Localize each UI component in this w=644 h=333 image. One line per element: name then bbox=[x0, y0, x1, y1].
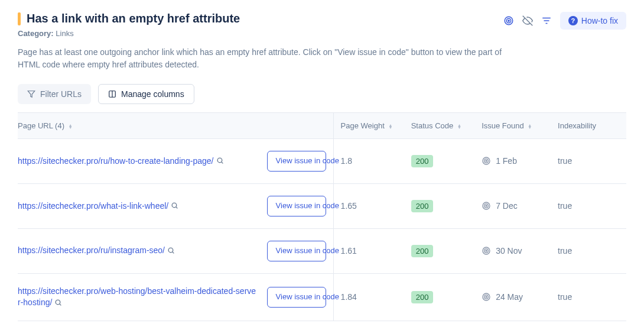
category-label: Category: bbox=[18, 29, 54, 38]
cell-url: https://sitechecker.pro/ru/how-to-create… bbox=[18, 139, 333, 184]
page-url-link[interactable]: https://sitechecker.pro/web-hosting/best… bbox=[18, 286, 256, 308]
target-icon bbox=[482, 201, 491, 211]
svg-point-19 bbox=[486, 205, 487, 206]
cell-url: https://sitechecker.pro/what-is-link-whe… bbox=[18, 183, 333, 228]
svg-marker-7 bbox=[28, 91, 35, 98]
target-icon bbox=[482, 246, 491, 256]
filter-urls-label: Filter URLs bbox=[40, 89, 82, 99]
cell-issue-found: 7 Dec bbox=[474, 183, 551, 228]
page-title: Has a link with an empty href attribute bbox=[27, 12, 240, 25]
svg-point-2 bbox=[508, 20, 509, 21]
cell-indexability: true bbox=[551, 183, 626, 228]
svg-line-26 bbox=[60, 303, 61, 305]
view-issue-button[interactable]: View issue in code bbox=[267, 151, 326, 172]
table-row: https://sitechecker.pro/ru/how-to-create… bbox=[18, 139, 626, 184]
target-icon bbox=[482, 156, 491, 166]
magnify-icon[interactable] bbox=[216, 157, 224, 166]
magnify-icon[interactable] bbox=[54, 299, 62, 308]
manage-columns-button[interactable]: Manage columns bbox=[98, 84, 194, 104]
cell-issue-found: 30 Nov bbox=[474, 228, 551, 273]
magnify-icon[interactable] bbox=[167, 247, 175, 256]
svg-point-25 bbox=[56, 300, 61, 305]
status-badge: 200 bbox=[411, 291, 434, 303]
cell-weight: 1.8 bbox=[333, 139, 404, 184]
svg-point-24 bbox=[486, 250, 487, 251]
cell-url: https://sitechecker.pro/ru/instagram-seo… bbox=[18, 228, 333, 273]
filter-urls-button[interactable]: Filter URLs bbox=[18, 84, 91, 104]
eye-off-icon[interactable] bbox=[522, 15, 533, 26]
table-row: https://sitechecker.pro/web-hosting/best… bbox=[18, 273, 626, 321]
th-indexability: Indexability bbox=[551, 113, 626, 139]
issue-description: Page has at least one outgoing anchor li… bbox=[18, 46, 503, 71]
issue-date: 24 May bbox=[496, 292, 523, 302]
cell-issue-found: 1 Feb bbox=[474, 139, 551, 184]
cell-status: 200 bbox=[404, 228, 474, 273]
status-badge: 200 bbox=[411, 245, 434, 257]
cell-weight: 1.84 bbox=[333, 273, 404, 321]
manage-columns-label: Manage columns bbox=[121, 89, 184, 99]
view-issue-button[interactable]: View issue in code bbox=[267, 287, 326, 308]
page-url-link[interactable]: https://sitechecker.pro/ru/instagram-seo… bbox=[18, 245, 165, 255]
severity-indicator bbox=[18, 12, 21, 25]
cell-issue-found: 24 May bbox=[474, 273, 551, 321]
th-issue-found[interactable]: Issue Found ▲▼ bbox=[474, 113, 551, 139]
columns-icon bbox=[108, 90, 116, 98]
svg-point-14 bbox=[486, 160, 487, 161]
status-badge: 200 bbox=[411, 155, 434, 167]
th-page-weight[interactable]: Page Weight ▲▼ bbox=[333, 113, 404, 139]
how-to-fix-button[interactable]: ? How-to fix bbox=[560, 12, 626, 30]
status-badge: 200 bbox=[411, 200, 434, 212]
cell-status: 200 bbox=[404, 139, 474, 184]
sort-icon: ▲▼ bbox=[69, 124, 73, 129]
page-url-link[interactable]: https://sitechecker.pro/ru/how-to-create… bbox=[18, 156, 214, 166]
issues-table: Page URL (4) ▲▼ Page Weight ▲▼ Status Co… bbox=[18, 112, 626, 321]
svg-point-29 bbox=[486, 296, 487, 298]
issue-date: 30 Nov bbox=[496, 246, 522, 256]
cell-weight: 1.61 bbox=[333, 228, 404, 273]
cell-indexability: true bbox=[551, 273, 626, 321]
cell-status: 200 bbox=[404, 183, 474, 228]
category-value: Links bbox=[56, 29, 73, 38]
svg-line-16 bbox=[176, 206, 178, 208]
view-issue-button[interactable]: View issue in code bbox=[267, 196, 326, 216]
sort-icon: ▲▼ bbox=[457, 124, 461, 129]
target-icon bbox=[482, 292, 491, 302]
filter-lines-icon[interactable] bbox=[541, 15, 552, 26]
cell-weight: 1.65 bbox=[333, 183, 404, 228]
svg-point-15 bbox=[172, 203, 177, 208]
cell-indexability: true bbox=[551, 139, 626, 184]
th-page-url[interactable]: Page URL (4) ▲▼ bbox=[18, 113, 333, 139]
svg-line-21 bbox=[173, 251, 174, 253]
funnel-icon bbox=[27, 90, 35, 98]
issue-date: 7 Dec bbox=[496, 201, 518, 211]
th-status-code[interactable]: Status Code ▲▼ bbox=[404, 113, 474, 139]
view-issue-button[interactable]: View issue in code bbox=[267, 241, 326, 261]
magnify-icon[interactable] bbox=[171, 202, 178, 211]
svg-point-20 bbox=[168, 248, 173, 253]
cell-indexability: true bbox=[551, 228, 626, 273]
table-row: https://sitechecker.pro/what-is-link-whe… bbox=[18, 183, 626, 228]
sort-icon: ▲▼ bbox=[528, 124, 532, 129]
table-row: https://sitechecker.pro/ru/instagram-seo… bbox=[18, 228, 626, 273]
sort-icon: ▲▼ bbox=[388, 124, 392, 129]
svg-line-11 bbox=[221, 162, 223, 164]
page-url-link[interactable]: https://sitechecker.pro/what-is-link-whe… bbox=[18, 201, 168, 211]
target-icon[interactable] bbox=[503, 15, 514, 26]
svg-point-10 bbox=[217, 158, 222, 163]
category-line: Category: Links bbox=[18, 29, 503, 38]
cell-url: https://sitechecker.pro/web-hosting/best… bbox=[18, 273, 333, 321]
question-icon: ? bbox=[568, 16, 578, 25]
how-to-fix-label: How-to fix bbox=[581, 16, 618, 25]
issue-date: 1 Feb bbox=[496, 156, 517, 166]
cell-status: 200 bbox=[404, 273, 474, 321]
